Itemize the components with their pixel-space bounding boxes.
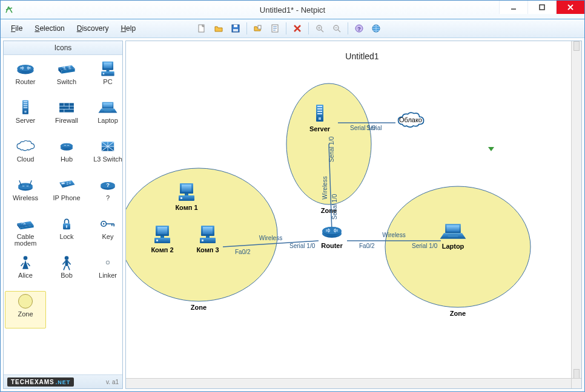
help-button[interactable]: ? xyxy=(352,21,366,36)
lock-icon xyxy=(56,215,77,232)
palette-cablemodem[interactable]: Cable modem xyxy=(5,214,46,251)
window-title: Untitled1* - Netpict xyxy=(1,5,584,15)
clipboard-button[interactable] xyxy=(268,21,282,36)
node-router[interactable]: Router xyxy=(321,227,343,249)
menu-help[interactable]: Help xyxy=(115,21,141,36)
link-from-label: Fa0/2 xyxy=(359,243,375,249)
minimize-button[interactable] xyxy=(499,1,527,14)
palette-label: Bob xyxy=(61,272,73,279)
server-icon xyxy=(15,99,36,116)
icons-panel-title: Icons xyxy=(4,41,122,55)
palette-label: Server xyxy=(16,117,35,124)
palette-laptop[interactable]: Laptop xyxy=(87,97,128,135)
svg-rect-37 xyxy=(540,5,544,10)
alice-icon xyxy=(15,254,36,271)
palette-label: Alice xyxy=(18,272,33,279)
diagram-canvas[interactable]: Untitled1ZoneZoneZoneWirelessFa0/2Serial… xyxy=(126,41,572,388)
cablemodem-icon xyxy=(15,215,36,232)
canvas-title: Untitled1 xyxy=(345,51,378,61)
link-to-label: Serial xyxy=(366,125,382,131)
palette-label: Lock xyxy=(59,234,73,240)
node-label: Облако xyxy=(399,116,422,123)
palette-label: Switch xyxy=(57,79,76,85)
palette-bob[interactable]: Bob xyxy=(46,252,87,290)
unknown-icon xyxy=(98,177,118,194)
svg-rect-41 xyxy=(233,29,238,31)
scroll-corner xyxy=(571,378,581,388)
palette-label: Cable modem xyxy=(7,234,44,247)
l3switch-icon xyxy=(98,138,118,155)
open-button[interactable] xyxy=(211,21,226,36)
palette-label: Cloud xyxy=(17,156,35,163)
svg-rect-40 xyxy=(234,25,237,27)
palette-router[interactable]: Router xyxy=(5,59,46,96)
vertical-scrollbar[interactable] xyxy=(571,41,581,379)
palette-server[interactable]: Server xyxy=(5,97,46,135)
palette-label: Key xyxy=(102,234,114,240)
titlebar: Untitled1* - Netpict xyxy=(1,1,584,19)
menu-file[interactable]: File xyxy=(5,21,28,36)
node-label: Router xyxy=(321,242,343,249)
palette-unknown[interactable]: ? xyxy=(87,175,128,212)
node-label: Комп 2 xyxy=(151,246,173,253)
toolbar-separator xyxy=(308,22,309,34)
menu-discovery[interactable]: Discovery xyxy=(71,21,114,36)
svg-text:?: ? xyxy=(357,26,361,32)
palette-firewall[interactable]: Firewall xyxy=(46,97,87,135)
menu-selection[interactable]: Selection xyxy=(29,21,70,36)
palette-cloud[interactable]: Cloud xyxy=(5,136,46,174)
palette-l3switch[interactable]: L3 Switch xyxy=(87,136,128,174)
palette-pc[interactable]: PC xyxy=(87,59,128,96)
web-button[interactable] xyxy=(369,21,383,36)
switch-icon xyxy=(56,60,77,77)
delete-button[interactable] xyxy=(290,21,305,36)
main-area: Icons Router Switch PC Server Firewall L… xyxy=(1,38,584,391)
pc-icon xyxy=(98,60,118,77)
palette-wireless[interactable]: Wireless xyxy=(5,175,46,212)
node-cloud[interactable]: Облако xyxy=(398,113,424,127)
link-to-label: Serial 1/0 xyxy=(289,243,316,249)
zone-label: Zone xyxy=(191,304,207,311)
node-label: Laptop xyxy=(442,243,464,250)
new-button[interactable] xyxy=(194,21,209,36)
ipphone-icon xyxy=(56,177,77,194)
palette-label: IP Phone xyxy=(53,195,80,201)
palette-zone[interactable]: Zone xyxy=(5,291,46,328)
sidebar-footer: TECHEXAMS.NET v. a1 xyxy=(4,374,122,388)
palette-label: Zone xyxy=(18,311,33,318)
maximize-button[interactable] xyxy=(527,1,556,14)
app-window: Untitled1* - Netpict File Selection Disc… xyxy=(0,0,585,392)
menu-list: File Selection Discovery Help xyxy=(1,21,146,36)
menubar: File Selection Discovery Help xyxy=(1,19,584,38)
palette-alice[interactable]: Alice xyxy=(5,252,46,290)
palette-label: Linker xyxy=(99,272,117,279)
save-button[interactable] xyxy=(228,21,243,36)
palette-label: Hub xyxy=(61,156,73,163)
palette-ipphone[interactable]: IP Phone xyxy=(46,175,87,212)
copy-button[interactable] xyxy=(251,21,265,36)
palette-label: Wireless xyxy=(13,195,38,201)
palette-switch[interactable]: Switch xyxy=(46,59,87,96)
palette-linker[interactable]: Linker xyxy=(87,252,128,290)
palette-label: Laptop xyxy=(98,117,118,124)
key-icon xyxy=(98,215,118,232)
icons-panel: Icons Router Switch PC Server Firewall L… xyxy=(3,41,123,389)
palette-lock[interactable]: Lock xyxy=(46,214,87,251)
cloud-icon xyxy=(15,138,36,155)
palette-key[interactable]: Key xyxy=(87,214,128,251)
icons-grid: Router Switch PC Server Firewall Laptop … xyxy=(4,55,122,374)
selection-marker-icon xyxy=(488,147,494,151)
zoom-out-button[interactable] xyxy=(329,21,344,36)
close-button[interactable] xyxy=(556,1,584,14)
laptop-icon xyxy=(98,99,118,116)
version-label: v. a1 xyxy=(106,379,119,385)
router-icon xyxy=(15,60,36,77)
wireless-icon xyxy=(15,177,36,194)
palette-hub[interactable]: Hub xyxy=(46,136,87,174)
toolbar-separator xyxy=(246,22,247,34)
palette-label: ? xyxy=(106,195,110,201)
zone-icon xyxy=(15,293,36,310)
horizontal-scrollbar[interactable] xyxy=(126,378,572,388)
zoom-in-button[interactable] xyxy=(312,21,327,36)
canvas-pane: Untitled1ZoneZoneZoneWirelessFa0/2Serial… xyxy=(125,41,582,389)
